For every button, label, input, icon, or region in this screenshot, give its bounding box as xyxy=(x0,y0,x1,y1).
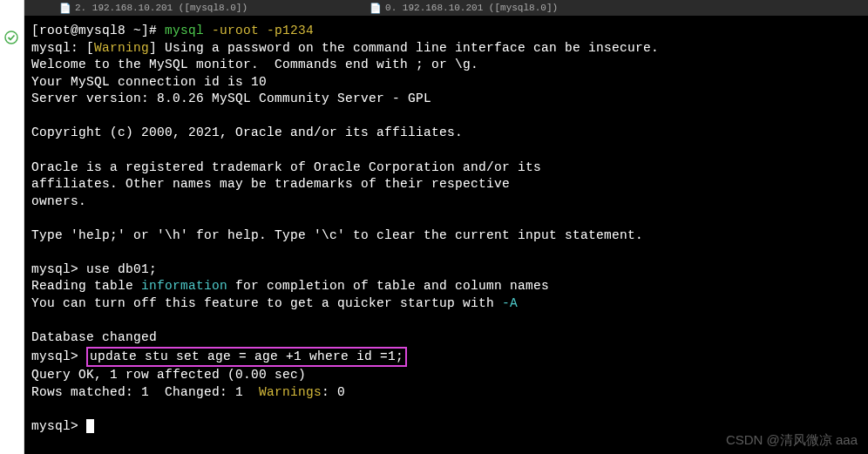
mysql-prompt: mysql> xyxy=(31,419,86,433)
warnings-label: Warnings xyxy=(259,385,322,399)
highlighted-command: update stu set age = age +1 where id =1; xyxy=(86,347,407,368)
editor-gutter xyxy=(0,0,24,454)
output-line: Rows matched: 1 Changed: 1 xyxy=(31,385,259,399)
output-line: : 0 xyxy=(322,385,345,399)
output-line: owners. xyxy=(31,194,86,208)
mysql-prompt: mysql> xyxy=(31,349,86,363)
terminal-tab-2[interactable]: 📄 0. 192.168.10.201 ([mysql8.0]) xyxy=(370,3,558,14)
shell-prompt: [root@mysql8 ~]# xyxy=(31,24,165,37)
output-line: ] Using a password on the command line i… xyxy=(149,41,659,55)
terminal-tab-1[interactable]: 📄 2. 192.168.10.201 ([mysql8.0]) xyxy=(59,3,248,14)
output-line: Database changed xyxy=(31,330,157,344)
info-word: information xyxy=(141,279,227,293)
command-args: -uroot -p1234 xyxy=(212,24,314,37)
svg-point-0 xyxy=(5,31,17,44)
tab-label: 0. 192.168.10.201 ([mysql8.0]) xyxy=(385,3,558,13)
watermark: CSDN @清风微凉 aaa xyxy=(726,432,858,449)
check-icon xyxy=(3,30,19,45)
output-line: Query OK, 1 row affected (0.00 sec) xyxy=(31,368,306,382)
tab-label: 2. 192.168.10.201 ([mysql8.0]) xyxy=(75,3,248,13)
command-text: use db01; xyxy=(86,262,157,276)
output-line: Type 'help;' or '\h' for help. Type '\c'… xyxy=(31,228,643,242)
output-line: for completion of table and column names xyxy=(227,279,549,293)
warning-label: Warning xyxy=(94,41,149,55)
output-line: mysql: [ xyxy=(31,41,94,55)
terminal-output[interactable]: [root@mysql8 ~]# mysql -uroot -p1234 mys… xyxy=(24,16,868,454)
flag-text: -A xyxy=(502,296,518,310)
output-line: You can turn off this feature to get a q… xyxy=(31,296,502,310)
output-line: Reading table xyxy=(31,279,141,293)
terminal-tab-bar: 📄 2. 192.168.10.201 ([mysql8.0]) 📄 0. 19… xyxy=(24,0,868,16)
output-line: Copyright (c) 2000, 2021, Oracle and/or … xyxy=(31,125,463,139)
command-text: mysql xyxy=(165,24,212,37)
output-line: Oracle is a registered trademark of Orac… xyxy=(31,160,541,174)
output-line: Your MySQL connection id is 10 xyxy=(31,75,267,89)
output-line: Welcome to the MySQL monitor. Commands e… xyxy=(31,58,478,71)
cursor xyxy=(86,419,94,433)
mysql-prompt: mysql> xyxy=(31,262,86,276)
file-icon: 📄 xyxy=(59,3,71,14)
file-icon: 📄 xyxy=(370,3,382,14)
output-line: affiliates. Other names may be trademark… xyxy=(31,177,510,191)
output-line: Server version: 8.0.26 MySQL Community S… xyxy=(31,91,431,105)
